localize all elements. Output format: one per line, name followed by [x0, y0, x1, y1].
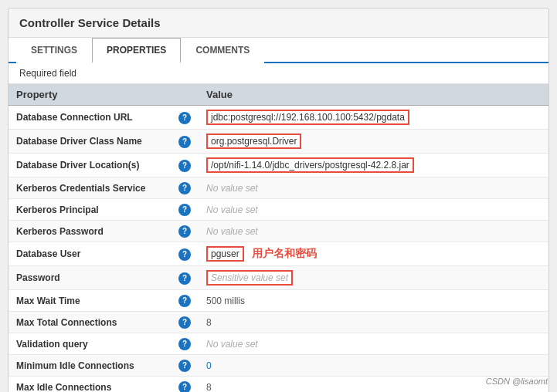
table-row[interactable]: Database Driver Location(s)?/opt/nifi-1.… [8, 154, 549, 177]
help-icon[interactable]: ? [171, 377, 199, 393]
table-row[interactable]: Max Wait Time?500 millis [8, 290, 549, 312]
property-value: 0 [199, 355, 549, 377]
properties-table: Property Value Database Connection URL?j… [8, 84, 549, 392]
help-icon[interactable]: ? [171, 154, 199, 177]
table-row[interactable]: Database User?pguser用户名和密码 [8, 242, 549, 266]
property-name: Kerberos Principal [8, 199, 171, 221]
property-value: Sensitive value set [199, 266, 549, 290]
property-name: Kerberos Password [8, 221, 171, 242]
table-row[interactable]: Kerberos Password?No value set [8, 221, 549, 242]
help-icon[interactable]: ? [171, 130, 199, 154]
col-help [171, 84, 199, 106]
required-field-label: Required field [8, 63, 549, 84]
table-row[interactable]: Database Driver Class Name?org.postgresq… [8, 130, 549, 154]
property-name: Validation query [8, 333, 171, 355]
help-icon[interactable]: ? [171, 266, 199, 290]
help-icon[interactable]: ? [171, 290, 199, 312]
property-value: No value set [199, 221, 549, 242]
help-icon[interactable]: ? [171, 106, 199, 130]
help-icon[interactable]: ? [171, 312, 199, 333]
property-name: Max Idle Connections [8, 377, 171, 393]
property-name: Minimum Idle Connections [8, 355, 171, 377]
property-name: Max Wait Time [8, 290, 171, 312]
property-value: jdbc:postgresql://192.168.100.100:5432/p… [199, 106, 549, 130]
property-value: pguser用户名和密码 [199, 242, 549, 266]
table-row[interactable]: Kerberos Credentials Service?No value se… [8, 177, 549, 199]
table-row[interactable]: Password?Sensitive value set [8, 266, 549, 290]
help-icon[interactable]: ? [171, 199, 199, 221]
col-property: Property [8, 84, 171, 106]
table-row[interactable]: Database Connection URL?jdbc:postgresql:… [8, 106, 549, 130]
main-window: Controller Service Details SETTINGS PROP… [8, 8, 549, 392]
window-title: Controller Service Details [19, 16, 538, 29]
help-icon[interactable]: ? [171, 221, 199, 242]
help-icon[interactable]: ? [171, 355, 199, 377]
table-row[interactable]: Max Total Connections?8 [8, 312, 549, 333]
help-icon[interactable]: ? [171, 177, 199, 199]
property-value: 8 [199, 312, 549, 333]
property-name: Kerberos Credentials Service [8, 177, 171, 199]
title-bar: Controller Service Details [8, 8, 549, 38]
property-value: No value set [199, 177, 549, 199]
property-name: Database Driver Location(s) [8, 154, 171, 177]
table-row[interactable]: Max Idle Connections?8 [8, 377, 549, 393]
help-icon[interactable]: ? [171, 242, 199, 266]
property-value: 500 millis [199, 290, 549, 312]
property-name: Password [8, 266, 171, 290]
property-name: Database Driver Class Name [8, 130, 171, 154]
table-row[interactable]: Kerberos Principal?No value set [8, 199, 549, 221]
tab-comments[interactable]: COMMENTS [181, 38, 264, 63]
property-value: No value set [199, 199, 549, 221]
col-value: Value [199, 84, 549, 106]
properties-table-wrapper: Property Value Database Connection URL?j… [8, 84, 549, 392]
help-icon[interactable]: ? [171, 333, 199, 355]
table-row[interactable]: Validation query?No value set [8, 333, 549, 355]
tab-settings[interactable]: SETTINGS [16, 38, 92, 63]
tab-properties[interactable]: PROPERTIES [92, 38, 181, 63]
tab-bar: SETTINGS PROPERTIES COMMENTS [8, 38, 549, 63]
property-name: Database Connection URL [8, 106, 171, 130]
table-row[interactable]: Minimum Idle Connections?0 [8, 355, 549, 377]
watermark: CSDN @lisaomt [486, 377, 548, 386]
property-name: Database User [8, 242, 171, 266]
property-value: No value set [199, 333, 549, 355]
property-value: org.postgresql.Driver [199, 130, 549, 154]
annotation-label: 用户名和密码 [252, 247, 317, 259]
property-name: Max Total Connections [8, 312, 171, 333]
property-value: /opt/nifi-1.14.0/jdbc_drivers/postgresql… [199, 154, 549, 177]
